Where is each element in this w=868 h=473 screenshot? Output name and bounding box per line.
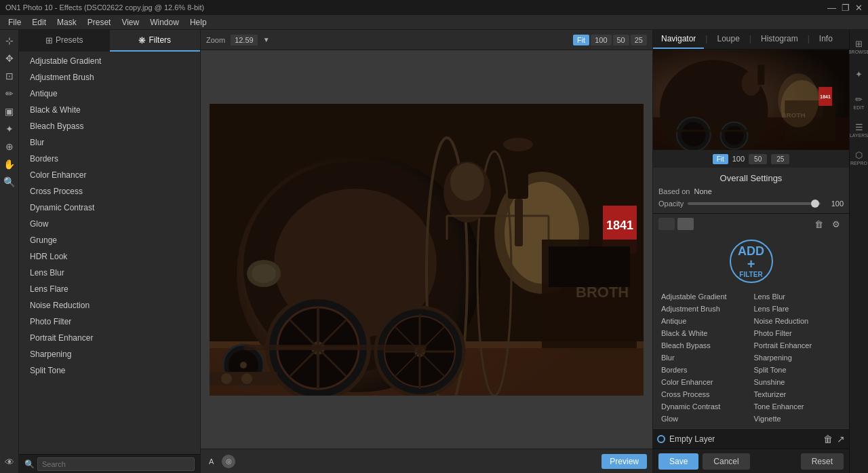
tool-view[interactable]: 👁 bbox=[1, 454, 18, 470]
grid-adjustment-brush[interactable]: Adjustment Brush bbox=[658, 303, 751, 314]
filter-borders[interactable]: Borders bbox=[19, 151, 200, 167]
search-input[interactable] bbox=[37, 457, 195, 471]
grid-lens-blur[interactable]: Lens Blur bbox=[751, 291, 844, 302]
tool-select[interactable]: ⊹ bbox=[1, 33, 18, 49]
layer-radio[interactable] bbox=[657, 435, 665, 443]
nav-zoom-fit[interactable]: Fit bbox=[713, 154, 728, 164]
tool-clone[interactable]: ⊕ bbox=[1, 138, 18, 155]
grid-portrait-enhancer[interactable]: Portrait Enhancer bbox=[751, 340, 844, 351]
tool-gradient[interactable]: ▣ bbox=[1, 103, 18, 119]
grid-texturizer[interactable]: Texturizer bbox=[751, 389, 844, 400]
zoom-25[interactable]: 25 bbox=[631, 35, 647, 45]
tab-loupe[interactable]: Loupe bbox=[709, 30, 747, 49]
tab-navigator[interactable]: Navigator bbox=[653, 30, 704, 49]
filter-color-enhancer[interactable]: Color Enhancer bbox=[19, 167, 200, 183]
grid-blur[interactable]: Blur bbox=[658, 352, 751, 363]
grid-dynamic-contrast[interactable]: Dynamic Contrast bbox=[658, 401, 751, 412]
grid-color-enhancer[interactable]: Color Enhancer bbox=[658, 377, 751, 387]
effects-icon-btn[interactable]: ✦ bbox=[850, 60, 868, 88]
opacity-thumb[interactable] bbox=[811, 200, 819, 208]
menu-view[interactable]: View bbox=[116, 16, 144, 29]
filter-cross-process[interactable]: Cross Process bbox=[19, 183, 200, 200]
grid-bleach-bypass[interactable]: Bleach Bypass bbox=[658, 340, 751, 351]
minimize-button[interactable]: — bbox=[827, 3, 836, 13]
layer-delete-icon[interactable]: 🗑 bbox=[823, 434, 833, 444]
grid-sunshine[interactable]: Sunshine bbox=[751, 377, 844, 387]
menu-window[interactable]: Window bbox=[144, 16, 184, 29]
filter-lens-blur[interactable]: Lens Blur bbox=[19, 265, 200, 281]
window-controls[interactable]: — ❐ ✕ bbox=[827, 3, 863, 13]
cancel-button[interactable]: Cancel bbox=[703, 453, 749, 470]
zoom-100[interactable]: 100 bbox=[591, 35, 611, 45]
menu-mask[interactable]: Mask bbox=[52, 16, 82, 29]
tab-presets[interactable]: ⊞ Presets bbox=[19, 30, 110, 52]
layer-settings-btn[interactable]: ⚙ bbox=[829, 216, 844, 231]
tab-filters[interactable]: ❋ Filters bbox=[110, 30, 201, 52]
menu-help[interactable]: Help bbox=[184, 16, 212, 29]
filter-antique[interactable]: Antique bbox=[19, 86, 200, 102]
tool-pan[interactable]: ✥ bbox=[1, 50, 18, 67]
filter-black-white[interactable]: Black & White bbox=[19, 102, 200, 118]
preview-button[interactable]: Preview bbox=[601, 454, 647, 469]
tool-zoom[interactable]: 🔍 bbox=[1, 174, 18, 190]
grid-borders[interactable]: Borders bbox=[658, 364, 751, 375]
grid-noise-reduction[interactable]: Noise Reduction bbox=[751, 316, 844, 326]
filter-grunge[interactable]: Grunge bbox=[19, 232, 200, 248]
nav-zoom-50[interactable]: 50 bbox=[749, 154, 767, 164]
grid-cross-process[interactable]: Cross Process bbox=[658, 389, 751, 400]
filter-hdr-look[interactable]: HDR Look bbox=[19, 248, 200, 265]
opacity-slider[interactable] bbox=[688, 202, 821, 205]
grid-black-white[interactable]: Black & White bbox=[658, 328, 751, 339]
grid-vignette[interactable]: Vignette bbox=[751, 413, 844, 424]
filter-lens-flare[interactable]: Lens Flare bbox=[19, 281, 200, 297]
filter-split-tone[interactable]: Split Tone bbox=[19, 362, 200, 379]
save-button[interactable]: Save bbox=[658, 453, 698, 470]
filter-sharpening[interactable]: Sharpening bbox=[19, 346, 200, 362]
text-tool-a[interactable]: A bbox=[206, 456, 216, 467]
layer-export-icon[interactable]: ↗ bbox=[837, 434, 845, 444]
filter-adjustable-gradient[interactable]: Adjustable Gradient bbox=[19, 53, 200, 69]
grid-sharpening[interactable]: Sharpening bbox=[751, 352, 844, 363]
maximize-button[interactable]: ❐ bbox=[842, 3, 850, 13]
tool-crop[interactable]: ⊡ bbox=[1, 68, 18, 84]
browse-icon-btn[interactable]: ⊞ BROWSE bbox=[850, 33, 868, 60]
opacity-value: 100 bbox=[825, 200, 844, 208]
layer-delete-btn[interactable]: 🗑 bbox=[811, 216, 826, 231]
tab-histogram[interactable]: Histogram bbox=[753, 30, 806, 49]
grid-lens-flare[interactable]: Lens Flare bbox=[751, 303, 844, 314]
filter-glow[interactable]: Glow bbox=[19, 216, 200, 232]
filter-portrait-enhancer[interactable]: Portrait Enhancer bbox=[19, 330, 200, 346]
grid-photo-filter[interactable]: Photo Filter bbox=[751, 328, 844, 339]
nav-zoom-100[interactable]: 100 bbox=[732, 155, 745, 163]
zoom-50[interactable]: 50 bbox=[613, 35, 629, 45]
filter-noise-reduction[interactable]: Noise Reduction bbox=[19, 297, 200, 314]
filter-bleach-bypass[interactable]: Bleach Bypass bbox=[19, 118, 200, 134]
zoom-fit[interactable]: Fit bbox=[573, 35, 589, 45]
zoom-value[interactable]: 12.59 bbox=[231, 35, 258, 45]
nav-zoom-25[interactable]: 25 bbox=[771, 154, 789, 164]
layers-icon-btn[interactable]: ☰ LAYERS bbox=[850, 116, 868, 143]
close-button[interactable]: ✕ bbox=[855, 3, 863, 13]
filter-adjustment-brush[interactable]: Adjustment Brush bbox=[19, 69, 200, 86]
grid-glow[interactable]: Glow bbox=[658, 413, 751, 424]
tool-hand[interactable]: ✋ bbox=[1, 156, 18, 172]
grid-tone-enhancer[interactable]: Tone Enhancer bbox=[751, 401, 844, 412]
zoom-dropdown-icon[interactable]: ▼ bbox=[263, 36, 270, 43]
edit-icon-btn[interactable]: ✏ EDIT bbox=[850, 88, 868, 115]
reset-button[interactable]: Reset bbox=[801, 453, 844, 470]
tab-info[interactable]: Info bbox=[811, 30, 841, 49]
filter-photo-filter[interactable]: Photo Filter bbox=[19, 314, 200, 330]
grid-antique[interactable]: Antique bbox=[658, 316, 751, 326]
add-filter-button[interactable]: ADD + FILTER bbox=[730, 240, 773, 283]
menu-edit[interactable]: Edit bbox=[26, 16, 52, 29]
menu-file[interactable]: File bbox=[3, 16, 26, 29]
filter-dynamic-contrast[interactable]: Dynamic Contrast bbox=[19, 200, 200, 216]
grid-adjustable-gradient[interactable]: Adjustable Gradient bbox=[658, 291, 751, 302]
tool-brush[interactable]: ✏ bbox=[1, 86, 18, 102]
repro-icon-btn[interactable]: ⬡ REPRO bbox=[850, 144, 868, 171]
circle-mode-btn[interactable]: ◎ bbox=[222, 455, 235, 468]
filter-blur[interactable]: Blur bbox=[19, 134, 200, 151]
tool-healing[interactable]: ✦ bbox=[1, 121, 18, 137]
grid-split-tone[interactable]: Split Tone bbox=[751, 364, 844, 375]
menu-preset[interactable]: Preset bbox=[82, 16, 117, 29]
